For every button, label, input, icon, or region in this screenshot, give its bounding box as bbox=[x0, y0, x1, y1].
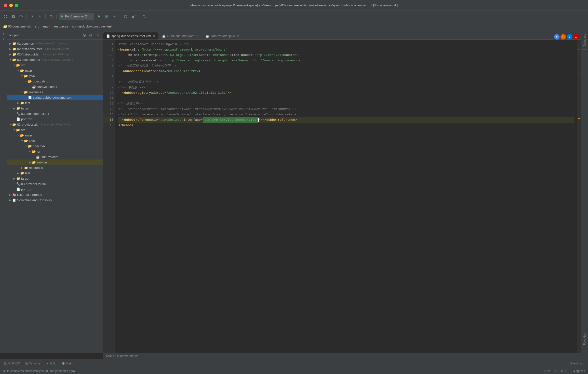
tree-item-external-libs[interactable]: ▶ 📚 External Libraries bbox=[7, 192, 103, 197]
tree-item-resources2[interactable]: ▶ 📁 resources bbox=[7, 165, 103, 170]
tab-close-provider[interactable]: ✕ bbox=[237, 34, 240, 38]
sidebar-close-icon[interactable] bbox=[95, 33, 101, 38]
bottom-tab-build[interactable]: Build bbox=[43, 361, 59, 366]
tree-item-03-consumer-zk[interactable]: ▼ 📂 03-consumer-zk ~/idea-project/03-con… bbox=[7, 57, 103, 62]
settings-button[interactable] bbox=[122, 13, 129, 20]
tab-close-xml[interactable]: ✕ bbox=[152, 34, 156, 38]
cursor-position[interactable]: 15:79 bbox=[542, 369, 550, 373]
tree-arrow-open: ▼ bbox=[24, 79, 28, 83]
tree-item-runprovider[interactable]: ▶ ☕ RunProvider bbox=[7, 154, 103, 160]
tree-item-service[interactable]: ▶ 📁 service bbox=[7, 160, 103, 165]
debug-button[interactable] bbox=[103, 13, 110, 20]
bottom-tab-terminal[interactable]: Terminal bbox=[23, 361, 43, 366]
tree-item-comcyb[interactable]: ▼ 📂 com.cyb bbox=[7, 143, 103, 149]
firefox-icon[interactable]: F bbox=[561, 34, 566, 40]
tree-item-main1[interactable]: ▼ 📂 main bbox=[7, 68, 103, 73]
indent[interactable]: 4 spaces bbox=[573, 369, 585, 373]
tab-runconsumer[interactable]: ☕ RunConsumer.java ✕ bbox=[159, 32, 202, 40]
line-num-8: 8 bbox=[103, 80, 113, 85]
tree-item-main2[interactable]: ▼ 📂 main bbox=[7, 133, 103, 138]
tree-item-comcybrun1[interactable]: ▼ 📂 com.cyb.run bbox=[7, 79, 103, 84]
tree-item-01-common[interactable]: ▶ 📁 01-common ~/idea-project/01-common bbox=[7, 41, 103, 46]
back-button[interactable] bbox=[29, 13, 36, 20]
folder-java-icon: 📂 bbox=[24, 74, 28, 78]
tree-item-java2[interactable]: ▼ 📂 java bbox=[7, 138, 103, 143]
nav-item-file[interactable]: spring-dubbo-consumer.xml bbox=[72, 25, 111, 28]
right-panel-database[interactable]: Database bbox=[582, 32, 587, 48]
event-log-label[interactable]: Event Log bbox=[568, 361, 586, 366]
search-everywhere-button[interactable] bbox=[141, 13, 148, 20]
tree-item-test1[interactable]: ▶ 📁 test bbox=[7, 100, 103, 106]
tree-item-runconsumer[interactable]: ▶ ☕ RunConsumer bbox=[7, 84, 103, 89]
event-log-btn[interactable]: Event Log bbox=[568, 361, 586, 366]
tree-item-target2[interactable]: ▶ 📁 target bbox=[7, 176, 103, 181]
tree-arrow-open: ▼ bbox=[12, 128, 16, 132]
nav-item-root[interactable]: 📁 03-consumer-zk bbox=[3, 25, 31, 28]
coverage-button[interactable] bbox=[111, 13, 118, 20]
bottom-tab-spring[interactable]: Spring bbox=[59, 361, 77, 366]
tree-item-02-first-consumer[interactable]: ▶ 📁 02-first-consumer ~/idea-project/02-… bbox=[7, 46, 103, 52]
tree-item-02-first-provider[interactable]: ▶ 📁 02-first-provider ~/idea-project/02-… bbox=[7, 52, 103, 57]
svg-rect-0 bbox=[4, 15, 5, 16]
build-menu-button[interactable] bbox=[130, 13, 137, 20]
chrome-icon[interactable]: G bbox=[554, 34, 560, 40]
nav-item-main[interactable]: main bbox=[43, 25, 50, 28]
run-button[interactable] bbox=[95, 13, 102, 20]
tree-arrow-open: ▼ bbox=[16, 133, 20, 137]
folder-icon: 📁 bbox=[12, 52, 16, 56]
breadcrumb-beans[interactable]: beans bbox=[106, 354, 114, 358]
code-editor[interactable]: 1 2 3 4 5 6 7 8 9 10 11 12 13 14 15 16 bbox=[103, 40, 581, 353]
window-title: idea-workspace [~/idea-project/idea-work… bbox=[190, 3, 398, 7]
tree-item-03-provider-zk[interactable]: ▼ 📂 03-provider-zk ~/idea-project/03-pro… bbox=[7, 122, 103, 127]
right-panel-favorites[interactable]: Favorites bbox=[582, 331, 587, 347]
ie-icon[interactable]: I bbox=[573, 34, 579, 40]
nav-item-resources[interactable]: resources bbox=[54, 25, 68, 28]
tree-item-scratches[interactable]: ▶ 📋 Scratches and Consoles bbox=[7, 197, 103, 203]
minimize-button[interactable] bbox=[9, 4, 13, 7]
undo-button[interactable] bbox=[48, 13, 54, 20]
tree-label: 03-provider-zk.iml bbox=[21, 182, 46, 186]
tree-item-pom2[interactable]: ▶ 📄 pom.xml bbox=[7, 187, 103, 192]
tree-item-resources1[interactable]: ▼ 📂 resources bbox=[7, 89, 103, 95]
left-panel-num-1[interactable]: 1 bbox=[2, 32, 5, 37]
tree-item-src1[interactable]: ▼ 📂 src bbox=[7, 62, 103, 68]
folder-icon: 📁 bbox=[12, 41, 16, 45]
code-line-14: <!-- <dubbo:reference id="someSerivce" i… bbox=[118, 112, 574, 117]
tree-arrow: ▶ bbox=[16, 171, 20, 175]
library-icon: 📚 bbox=[12, 193, 16, 197]
tree-item-run[interactable]: ▼ 📂 run bbox=[7, 149, 103, 154]
tree-label: java bbox=[29, 74, 35, 78]
tab-runprovider[interactable]: ☕ RunProvider.java ✕ bbox=[202, 32, 243, 40]
sidebar-expand-icon[interactable] bbox=[83, 34, 86, 37]
bottom-tab-todo[interactable]: 6: TODO bbox=[2, 361, 23, 366]
tree-item-src2[interactable]: ▼ 📂 src bbox=[7, 127, 103, 133]
tree-item-iml2[interactable]: ▶ 🔧 03-provider-zk.iml bbox=[7, 181, 103, 187]
tree-item-target1[interactable]: ▶ 📁 target bbox=[7, 106, 103, 111]
tree-item-java1[interactable]: ▼ 📂 java bbox=[7, 73, 103, 79]
line-ending[interactable]: LF bbox=[554, 369, 557, 373]
status-bar: Build completed successfully in 683 ms (… bbox=[0, 368, 588, 374]
code-content[interactable]: <?xml version="1.0" encoding="UTF-8"?> <… bbox=[115, 40, 577, 353]
project-icon[interactable] bbox=[2, 13, 9, 20]
tab-close-consumer[interactable]: ✕ bbox=[196, 34, 199, 38]
tab-spring-xml[interactable]: 📄 spring-dubbo-consumer.xml ✕ bbox=[103, 32, 159, 40]
tree-item-spring-xml[interactable]: ▶ 📄 spring-dubbo-consumer.xml bbox=[7, 95, 103, 100]
tree-item-pom1[interactable]: ▶ 📄 pom.xml bbox=[7, 116, 103, 122]
encoding[interactable]: UTF-8 bbox=[561, 369, 569, 373]
nav-item-src[interactable]: src bbox=[35, 25, 39, 28]
save-button[interactable] bbox=[10, 13, 17, 20]
run-config-selector[interactable]: RunConsumer (1) bbox=[59, 13, 94, 20]
close-button[interactable] bbox=[4, 4, 7, 7]
folder-open-icon: 📂 bbox=[12, 58, 16, 62]
sidebar-settings-icon[interactable] bbox=[88, 33, 94, 38]
tab-label: spring-dubbo-consumer.xml bbox=[111, 34, 151, 38]
sync-button[interactable] bbox=[18, 13, 25, 20]
forward-button[interactable] bbox=[37, 13, 43, 20]
left-panel-num-2[interactable]: 2 bbox=[2, 37, 5, 42]
tree-item-iml1[interactable]: ▶ 🔧 03-consumer-zk.iml bbox=[7, 111, 103, 116]
breadcrumb-dubbo-ref[interactable]: dubbo:reference bbox=[117, 354, 138, 358]
edge-icon[interactable]: E bbox=[567, 34, 572, 40]
tree-path: ~/idea-project/03-consum... bbox=[41, 58, 74, 61]
maximize-button[interactable] bbox=[15, 4, 18, 7]
tree-item-test2[interactable]: ▶ 📁 test bbox=[7, 170, 103, 176]
